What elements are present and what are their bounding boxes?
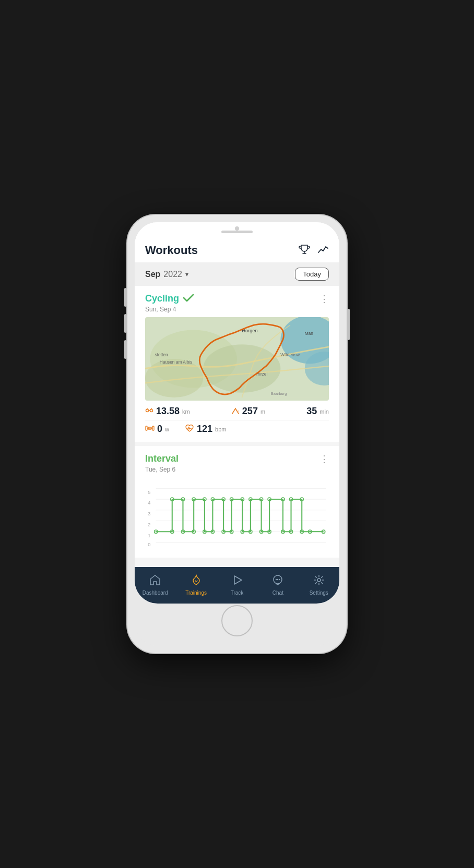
distance-value: 13.58 bbox=[156, 406, 180, 417]
elevation-icon bbox=[231, 406, 240, 416]
power-value: 0 bbox=[157, 424, 162, 435]
completed-check-icon bbox=[183, 294, 194, 304]
cycling-more-icon[interactable]: ⋮ bbox=[319, 293, 329, 305]
elevation-value: 257 bbox=[242, 406, 258, 417]
bottom-navigation: Dashboard Trainings bbox=[135, 567, 339, 604]
interval-chart: 0 1 2 3 4 5 bbox=[145, 477, 329, 550]
cycling-card: Cycling ⋮ Sun, Sep 4 bbox=[135, 286, 339, 442]
svg-point-13 bbox=[146, 409, 149, 412]
cycling-stats-row2: 0 w 121 bpm bbox=[145, 424, 329, 435]
header-actions bbox=[299, 243, 329, 257]
trophy-icon[interactable] bbox=[299, 243, 310, 257]
svg-marker-63 bbox=[234, 576, 242, 584]
power-unit: w bbox=[165, 426, 169, 432]
distance-stat: 13.58 km bbox=[145, 406, 190, 417]
svg-text:3: 3 bbox=[148, 511, 150, 516]
distance-icon bbox=[145, 406, 153, 416]
svg-text:1: 1 bbox=[148, 533, 150, 538]
interval-title-row: Interval bbox=[145, 453, 179, 464]
today-button[interactable]: Today bbox=[295, 268, 329, 281]
power-button bbox=[348, 309, 350, 340]
svg-point-14 bbox=[150, 409, 153, 412]
app-header: Workouts bbox=[135, 237, 339, 262]
interval-more-icon[interactable]: ⋮ bbox=[319, 453, 329, 465]
workouts-list: Cycling ⋮ Sun, Sep 4 bbox=[135, 286, 339, 567]
hr-stat: 121 bpm bbox=[185, 424, 226, 435]
svg-rect-16 bbox=[146, 426, 147, 430]
app-content: Workouts bbox=[135, 237, 339, 604]
nav-track-label: Track bbox=[231, 590, 244, 596]
phone-screen: Workouts bbox=[135, 222, 339, 604]
nav-trainings-label: Trainings bbox=[185, 590, 207, 596]
status-bar bbox=[135, 222, 339, 237]
cycling-title-row: Cycling bbox=[145, 293, 194, 304]
elevation-unit: m bbox=[260, 408, 265, 415]
cycling-stats-row1: 13.58 km 257 m bbox=[145, 406, 329, 420]
svg-text:4: 4 bbox=[148, 500, 150, 505]
svg-text:0: 0 bbox=[148, 542, 150, 547]
time-stat: 35 min bbox=[306, 406, 329, 417]
year-label: 2022 bbox=[163, 270, 182, 279]
date-selector[interactable]: Sep 2022 ▾ bbox=[145, 270, 188, 279]
hr-value: 121 bbox=[197, 424, 212, 435]
month-label: Sep bbox=[145, 270, 160, 279]
interval-header: Interval ⋮ bbox=[145, 453, 329, 465]
svg-rect-17 bbox=[152, 426, 154, 430]
nav-trainings[interactable]: Trainings bbox=[182, 574, 210, 596]
speaker bbox=[221, 231, 253, 233]
hr-unit: bpm bbox=[215, 426, 226, 432]
cycling-map: Hausen am Albis Hirzel Wädensw Horgen Mä… bbox=[145, 317, 329, 401]
power-icon bbox=[145, 425, 155, 433]
power-stat: 0 w bbox=[145, 424, 169, 435]
cycling-title: Cycling bbox=[145, 293, 179, 304]
track-icon bbox=[231, 574, 243, 588]
elevation-stat: 257 m bbox=[231, 406, 265, 417]
svg-point-67 bbox=[279, 579, 280, 580]
hr-icon bbox=[185, 424, 194, 434]
svg-point-66 bbox=[277, 579, 278, 580]
nav-dashboard-label: Dashboard bbox=[143, 590, 168, 596]
phone-home-area bbox=[135, 604, 339, 646]
nav-dashboard[interactable]: Dashboard bbox=[141, 574, 170, 596]
chevron-down-icon: ▾ bbox=[185, 271, 188, 278]
nav-chat[interactable]: Chat bbox=[264, 574, 292, 596]
nav-chat-label: Chat bbox=[272, 590, 283, 596]
settings-icon bbox=[313, 574, 325, 588]
time-value: 35 bbox=[306, 406, 317, 417]
svg-text:stetten: stetten bbox=[155, 352, 168, 357]
svg-text:Hausen am Albis: Hausen am Albis bbox=[160, 359, 193, 365]
front-camera bbox=[235, 226, 239, 231]
cycling-header: Cycling ⋮ bbox=[145, 293, 329, 305]
home-icon bbox=[149, 574, 161, 588]
chat-icon bbox=[272, 574, 283, 588]
chart-icon[interactable] bbox=[317, 243, 329, 257]
svg-point-68 bbox=[317, 578, 321, 582]
time-unit: min bbox=[319, 408, 329, 415]
date-bar: Sep 2022 ▾ Today bbox=[135, 262, 339, 286]
svg-text:5: 5 bbox=[148, 490, 150, 495]
distance-unit: km bbox=[182, 408, 190, 415]
phone-frame: Workouts bbox=[127, 215, 347, 653]
svg-text:2: 2 bbox=[148, 522, 150, 527]
interval-title: Interval bbox=[145, 453, 179, 464]
svg-text:Baarburg: Baarburg bbox=[271, 391, 287, 396]
page-title: Workouts bbox=[145, 244, 198, 257]
trainings-icon bbox=[191, 574, 202, 588]
nav-track[interactable]: Track bbox=[222, 574, 251, 596]
svg-point-65 bbox=[276, 579, 277, 580]
cycling-date: Sun, Sep 4 bbox=[145, 306, 329, 313]
interval-card: Interval ⋮ Tue, Sep 6 0 1 2 3 4 bbox=[135, 446, 339, 558]
home-button[interactable] bbox=[221, 605, 253, 636]
nav-settings[interactable]: Settings bbox=[304, 574, 333, 596]
volume-buttons bbox=[124, 288, 126, 359]
svg-text:Män: Män bbox=[305, 331, 314, 336]
svg-text:Wädensw: Wädensw bbox=[280, 352, 300, 357]
nav-settings-label: Settings bbox=[310, 590, 328, 596]
interval-date: Tue, Sep 6 bbox=[145, 466, 329, 473]
